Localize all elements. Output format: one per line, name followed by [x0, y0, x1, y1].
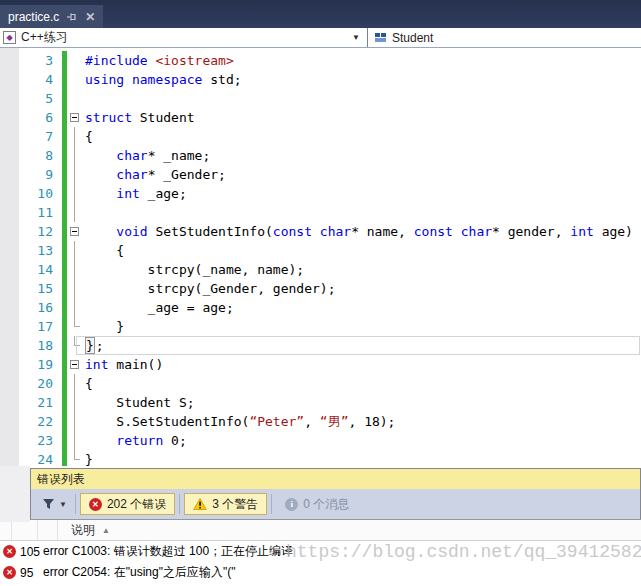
chevron-down-icon[interactable]: ▼: [352, 33, 360, 42]
scope-dropdown[interactable]: ◆ C++练习 ▼: [0, 28, 368, 47]
messages-toggle-button[interactable]: i 0 个消息: [276, 493, 358, 515]
errors-toggle-button[interactable]: ✕ 202 个错误: [80, 493, 175, 515]
fold-margin: [67, 450, 83, 466]
code-text: struct Student: [85, 110, 195, 125]
document-tab[interactable]: practice.c ✕: [0, 5, 103, 28]
filter-icon[interactable]: [42, 498, 55, 510]
error-row[interactable]: ✕95error C2054: 在"using"之后应输入"(": [0, 562, 641, 583]
fold-toggle-icon[interactable]: [70, 113, 79, 122]
code-line[interactable]: 13 {: [0, 241, 641, 260]
fold-margin: [67, 298, 83, 317]
error-icon: ✕: [89, 498, 102, 511]
code-line[interactable]: 9 char* _Gender;: [0, 165, 641, 184]
code-line[interactable]: 14 strcpy(_name, name);: [0, 260, 641, 279]
description-label: 说明: [71, 522, 95, 539]
fold-margin: [67, 336, 83, 355]
code-line[interactable]: 21 Student S;: [0, 393, 641, 412]
code-text: };: [85, 338, 104, 353]
code-line[interactable]: 18};: [0, 336, 641, 355]
code-line[interactable]: 15 strcpy(_Gender, gender);: [0, 279, 641, 298]
line-number: 18: [0, 338, 58, 353]
code-line[interactable]: 22 S.SetStudentInfo(“Peter”, “男”, 18);: [0, 412, 641, 431]
fold-margin: [67, 241, 83, 260]
pin-icon[interactable]: [66, 11, 78, 23]
code-line[interactable]: 23 return 0;: [0, 431, 641, 450]
fold-margin: [67, 70, 83, 89]
line-number: 6: [0, 110, 58, 125]
warnings-toggle-button[interactable]: 3 个警告: [184, 493, 267, 515]
error-list-title: 错误列表: [37, 471, 85, 488]
messages-count-label: 0 个消息: [303, 496, 349, 513]
close-icon[interactable]: ✕: [85, 11, 95, 23]
spacer-column-header: [38, 520, 58, 540]
toolbar-separator: [75, 494, 76, 514]
fold-margin: [67, 393, 83, 412]
line-number: 7: [0, 129, 58, 144]
code-line[interactable]: 3#include <iostream>: [0, 51, 641, 70]
fold-toggle-icon[interactable]: [70, 360, 79, 369]
code-text: char* _Gender;: [85, 167, 226, 182]
code-text: int _age;: [85, 186, 187, 201]
error-icon: ✕: [3, 545, 16, 558]
code-line[interactable]: 12 void SetStudentInfo(const char* name,…: [0, 222, 641, 241]
code-text: strcpy(_Gender, gender);: [85, 281, 335, 296]
code-line[interactable]: 24}: [0, 450, 641, 466]
number-column-header: [12, 520, 38, 540]
code-line[interactable]: 10 int _age;: [0, 184, 641, 203]
description-column-header[interactable]: 说明 ▲: [58, 522, 110, 539]
error-list-toolbar: ▼ ✕ 202 个错误 3 个警告 i 0 个消息: [31, 489, 640, 519]
fold-toggle-icon[interactable]: [70, 227, 79, 236]
struct-icon: [374, 31, 387, 44]
scope-label: C++练习: [21, 29, 68, 46]
code-line[interactable]: 20{: [0, 374, 641, 393]
error-grid-header: 说明 ▲: [0, 519, 641, 541]
error-number: 105: [20, 545, 43, 559]
fold-line: [74, 241, 75, 260]
line-number: 17: [0, 319, 58, 334]
line-number: 15: [0, 281, 58, 296]
warning-icon: [193, 498, 207, 510]
fold-end: [74, 317, 80, 327]
fold-margin: [67, 355, 83, 374]
fold-line: [74, 127, 75, 146]
error-description: error C2054: 在"using"之后应输入"(": [43, 564, 235, 581]
line-number: 5: [0, 91, 58, 106]
code-line[interactable]: 7{: [0, 127, 641, 146]
fold-line: [74, 165, 75, 184]
line-number: 21: [0, 395, 58, 410]
line-number: 23: [0, 433, 58, 448]
fold-line: [74, 393, 75, 412]
filter-chevron-down-icon[interactable]: ▼: [59, 500, 67, 509]
code-line[interactable]: 17 }: [0, 317, 641, 336]
fold-margin: [67, 146, 83, 165]
code-text: using namespace std;: [85, 72, 242, 87]
line-number: 3: [0, 53, 58, 68]
line-number: 22: [0, 414, 58, 429]
code-line[interactable]: 16 _age = age;: [0, 298, 641, 317]
fold-margin: [67, 203, 83, 222]
code-line[interactable]: 8 char* _name;: [0, 146, 641, 165]
fold-margin: [67, 222, 83, 241]
code-editor[interactable]: 3#include <iostream>4using namespace std…: [0, 48, 641, 466]
code-line[interactable]: 4using namespace std;: [0, 70, 641, 89]
fold-line: [74, 412, 75, 431]
error-row[interactable]: ✕105error C1003: 错误计数超过 100；正在停止编译: [0, 541, 641, 562]
fold-margin: [67, 51, 83, 70]
error-rows: ✕105error C1003: 错误计数超过 100；正在停止编译✕95err…: [0, 541, 641, 583]
code-line[interactable]: 5: [0, 89, 641, 108]
code-lines[interactable]: 3#include <iostream>4using namespace std…: [0, 51, 641, 466]
fold-margin: [67, 317, 83, 336]
line-number: 9: [0, 167, 58, 182]
code-line[interactable]: 19int main(): [0, 355, 641, 374]
fold-margin: [67, 431, 83, 450]
code-text: }: [85, 452, 93, 466]
code-text: char* _name;: [85, 148, 210, 163]
fold-margin: [67, 279, 83, 298]
code-line[interactable]: 6struct Student: [0, 108, 641, 127]
code-text: {: [85, 243, 124, 258]
type-dropdown[interactable]: Student: [368, 28, 641, 47]
code-line[interactable]: 11: [0, 203, 641, 222]
sort-asc-icon: ▲: [102, 526, 110, 535]
type-label: Student: [392, 31, 433, 45]
code-text: #include <iostream>: [85, 53, 234, 68]
